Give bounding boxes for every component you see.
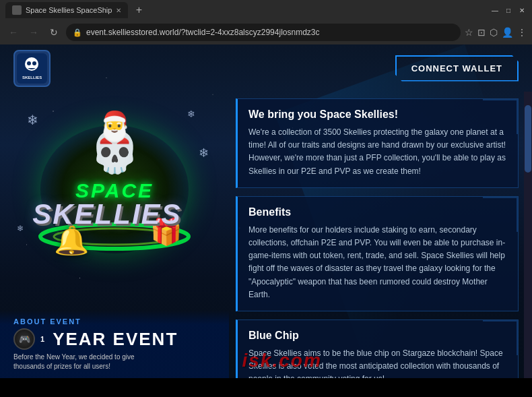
- year-event-text: YEAR EVENT: [53, 329, 178, 350]
- cast-icon[interactable]: ⊡: [477, 27, 486, 38]
- star-icon[interactable]: ☆: [465, 27, 473, 38]
- url-input[interactable]: [66, 24, 461, 41]
- main-content: ❄ ❄ ❄ ❄ 🎅 💀: [0, 92, 532, 378]
- svg-text:SKELLIES: SKELLIES: [22, 75, 42, 80]
- logo-image: SKELLIES: [13, 50, 51, 87]
- year-event-row: 🎮 1 YEAR EVENT: [13, 328, 215, 350]
- close-btn[interactable]: ✕: [517, 5, 527, 15]
- back-btn[interactable]: ←: [5, 24, 22, 40]
- refresh-btn[interactable]: ↻: [46, 24, 62, 40]
- event-description-2: thousands of prizes for all users!: [13, 362, 215, 371]
- scrollbar-track: [524, 92, 532, 378]
- window-controls: — □ ✕: [490, 5, 527, 15]
- maximize-btn[interactable]: □: [504, 5, 513, 15]
- minimize-btn[interactable]: —: [490, 5, 500, 15]
- intro-panel-text: We're a collection of 3500 Skellies prot…: [248, 126, 507, 178]
- benefits-panel-title: Benefits: [248, 206, 507, 218]
- watermark: isk.com: [242, 350, 322, 371]
- benefits-panel: Benefits More benefits for our holders i…: [236, 196, 519, 311]
- website-content: SKELLIES CONNECT WALLET ❄ ❄ ❄ ❄: [0, 44, 532, 378]
- santa-hat: 🎅: [96, 112, 133, 142]
- logo-graphic: 🎅 💀 SPACE SKELLIES 🎁: [27, 112, 202, 267]
- left-panel: ❄ ❄ ❄ ❄ 🎅 💀: [0, 92, 229, 378]
- site-header: SKELLIES CONNECT WALLET: [0, 44, 532, 92]
- lock-icon: 🔒: [73, 28, 82, 37]
- svg-point-2: [27, 61, 31, 65]
- brand-logo: ❄ ❄ ❄ ❄ 🎅 💀: [13, 105, 215, 274]
- svg-point-3: [32, 61, 36, 65]
- event-description-1: Before the New Year, we decided to give: [13, 353, 215, 362]
- scrollbar-thumb[interactable]: [525, 105, 531, 173]
- tab-favicon: [12, 5, 22, 15]
- number-1: 1: [40, 335, 44, 343]
- bluechip-panel-title: Blue Chip: [248, 330, 507, 342]
- profile-icon[interactable]: 👤: [502, 27, 513, 38]
- intro-panel-title: We bring you Space Skellies!: [248, 109, 507, 121]
- address-bar: ← → ↻ 🔒 ☆ ⊡ ⬡ 👤 ⋮: [0, 20, 532, 44]
- url-bar-wrapper: 🔒: [66, 24, 461, 41]
- forward-btn[interactable]: →: [26, 24, 42, 40]
- browser-tab[interactable]: Space Skellies SpaceShip ✕: [5, 2, 128, 18]
- about-event-label: ABOUT EVENT: [13, 317, 215, 326]
- tab-title: Space Skellies SpaceShip: [26, 6, 112, 14]
- info-panels: We bring you Space Skellies! We're a col…: [229, 92, 532, 378]
- site-logo: SKELLIES: [13, 50, 51, 87]
- extensions-icon[interactable]: ⬡: [490, 27, 498, 38]
- browser-window: Space Skellies SpaceShip ✕ + — □ ✕ ← → ↻…: [0, 0, 532, 44]
- about-event-section: ABOUT EVENT 🎮 1 YEAR EVENT Before the Ne…: [0, 311, 229, 378]
- title-bar: Space Skellies SpaceShip ✕ + — □ ✕: [0, 0, 532, 20]
- new-tab-button[interactable]: +: [131, 2, 147, 18]
- event-icon: 🎮: [13, 328, 35, 350]
- benefits-panel-text: More benefits for our holders include st…: [248, 224, 507, 301]
- tab-close-btn[interactable]: ✕: [116, 7, 121, 14]
- snowflake-4: ❄: [17, 224, 24, 233]
- menu-icon[interactable]: ⋮: [517, 27, 527, 38]
- connect-wallet-button[interactable]: CONNECT WALLET: [395, 55, 519, 82]
- intro-panel: We bring you Space Skellies! We're a col…: [236, 98, 519, 188]
- skellies-text: SKELLIES: [32, 198, 181, 231]
